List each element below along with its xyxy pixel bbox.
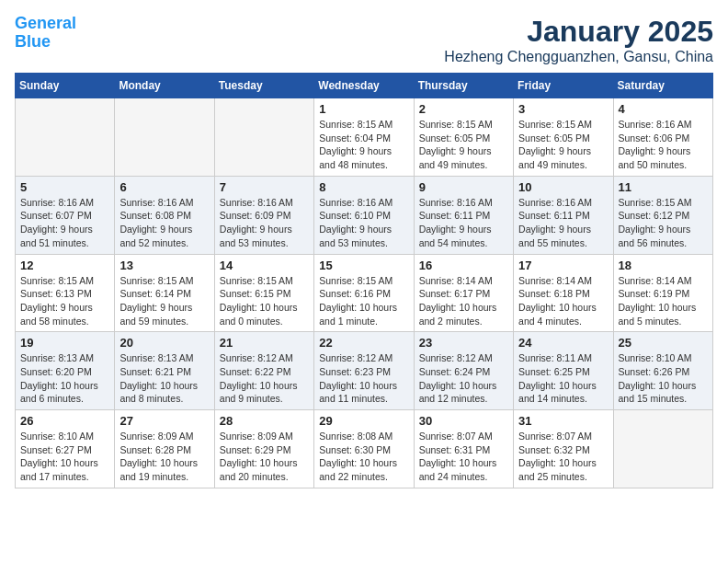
day-number: 9 <box>419 180 508 194</box>
week-row-1: 1Sunrise: 8:15 AM Sunset: 6:04 PM Daylig… <box>16 98 713 177</box>
day-number: 8 <box>319 180 408 194</box>
logo-general: General <box>15 14 76 32</box>
weekday-header-wednesday: Wednesday <box>314 74 414 98</box>
calendar-cell: 15Sunrise: 8:15 AM Sunset: 6:16 PM Dayli… <box>314 254 414 332</box>
day-info: Sunrise: 8:15 AM Sunset: 6:15 PM Dayligh… <box>220 274 309 328</box>
calendar-cell: 12Sunrise: 8:15 AM Sunset: 6:13 PM Dayli… <box>16 254 115 332</box>
calendar-cell: 22Sunrise: 8:12 AM Sunset: 6:23 PM Dayli… <box>314 332 414 410</box>
day-number: 1 <box>319 102 408 116</box>
calendar-cell: 4Sunrise: 8:16 AM Sunset: 6:06 PM Daylig… <box>613 98 712 177</box>
day-info: Sunrise: 8:09 AM Sunset: 6:29 PM Dayligh… <box>220 430 309 484</box>
day-info: Sunrise: 8:13 AM Sunset: 6:20 PM Dayligh… <box>20 351 109 406</box>
calendar-subtitle: Hezheng Chengguanzhen, Gansu, China <box>444 49 713 65</box>
day-info: Sunrise: 8:16 AM Sunset: 6:07 PM Dayligh… <box>20 196 109 250</box>
calendar-cell <box>214 98 313 177</box>
calendar-cell: 24Sunrise: 8:11 AM Sunset: 6:25 PM Dayli… <box>514 332 613 410</box>
calendar-cell: 25Sunrise: 8:10 AM Sunset: 6:26 PM Dayli… <box>613 332 712 410</box>
day-number: 11 <box>619 180 708 194</box>
day-info: Sunrise: 8:16 AM Sunset: 6:11 PM Dayligh… <box>518 196 608 250</box>
day-number: 21 <box>220 336 309 350</box>
calendar-cell: 7Sunrise: 8:16 AM Sunset: 6:09 PM Daylig… <box>214 176 313 254</box>
week-row-3: 12Sunrise: 8:15 AM Sunset: 6:13 PM Dayli… <box>16 254 713 332</box>
day-number: 23 <box>419 336 508 350</box>
day-info: Sunrise: 8:15 AM Sunset: 6:05 PM Dayligh… <box>419 118 508 172</box>
day-number: 25 <box>619 336 708 350</box>
day-info: Sunrise: 8:12 AM Sunset: 6:22 PM Dayligh… <box>220 351 309 406</box>
day-number: 26 <box>20 414 109 428</box>
day-number: 4 <box>619 102 708 116</box>
day-number: 18 <box>619 259 708 272</box>
day-info: Sunrise: 8:15 AM Sunset: 6:13 PM Dayligh… <box>20 274 109 328</box>
day-info: Sunrise: 8:07 AM Sunset: 6:31 PM Dayligh… <box>419 430 508 484</box>
day-info: Sunrise: 8:07 AM Sunset: 6:32 PM Dayligh… <box>518 430 608 484</box>
day-info: Sunrise: 8:14 AM Sunset: 6:17 PM Dayligh… <box>419 274 508 328</box>
weekday-header-friday: Friday <box>514 74 613 98</box>
day-number: 12 <box>20 259 109 272</box>
calendar-cell: 17Sunrise: 8:14 AM Sunset: 6:18 PM Dayli… <box>514 254 613 332</box>
day-number: 30 <box>419 414 508 428</box>
calendar-cell: 27Sunrise: 8:09 AM Sunset: 6:28 PM Dayli… <box>115 410 214 488</box>
day-info: Sunrise: 8:16 AM Sunset: 6:10 PM Dayligh… <box>319 196 408 250</box>
calendar-cell <box>115 98 214 177</box>
day-number: 2 <box>419 102 508 116</box>
logo-text: General Blue <box>15 15 76 52</box>
day-number: 22 <box>319 336 408 350</box>
day-number: 16 <box>419 259 508 272</box>
calendar-cell: 6Sunrise: 8:16 AM Sunset: 6:08 PM Daylig… <box>115 176 214 254</box>
day-number: 24 <box>518 336 608 350</box>
calendar-cell: 23Sunrise: 8:12 AM Sunset: 6:24 PM Dayli… <box>414 332 513 410</box>
day-number: 17 <box>518 259 608 272</box>
day-info: Sunrise: 8:14 AM Sunset: 6:18 PM Dayligh… <box>518 274 608 328</box>
day-number: 5 <box>20 180 109 194</box>
day-info: Sunrise: 8:15 AM Sunset: 6:05 PM Dayligh… <box>518 118 608 172</box>
calendar-cell: 14Sunrise: 8:15 AM Sunset: 6:15 PM Dayli… <box>214 254 313 332</box>
weekday-header-saturday: Saturday <box>613 74 712 98</box>
day-info: Sunrise: 8:15 AM Sunset: 6:14 PM Dayligh… <box>119 274 209 328</box>
weekday-header-thursday: Thursday <box>414 74 513 98</box>
day-number: 6 <box>119 180 209 194</box>
calendar-cell: 11Sunrise: 8:15 AM Sunset: 6:12 PM Dayli… <box>613 176 712 254</box>
calendar-cell: 29Sunrise: 8:08 AM Sunset: 6:30 PM Dayli… <box>314 410 414 488</box>
weekday-header-row: SundayMondayTuesdayWednesdayThursdayFrid… <box>16 74 713 98</box>
calendar-cell: 1Sunrise: 8:15 AM Sunset: 6:04 PM Daylig… <box>314 98 414 177</box>
day-info: Sunrise: 8:08 AM Sunset: 6:30 PM Dayligh… <box>319 430 408 484</box>
day-info: Sunrise: 8:15 AM Sunset: 6:04 PM Dayligh… <box>319 118 408 172</box>
calendar-cell <box>613 410 712 488</box>
day-number: 14 <box>220 259 309 272</box>
calendar-cell: 10Sunrise: 8:16 AM Sunset: 6:11 PM Dayli… <box>514 176 613 254</box>
calendar-cell <box>16 98 115 177</box>
day-number: 20 <box>119 336 209 350</box>
day-number: 31 <box>518 414 608 428</box>
day-info: Sunrise: 8:10 AM Sunset: 6:26 PM Dayligh… <box>619 351 708 406</box>
day-number: 3 <box>518 102 608 116</box>
day-info: Sunrise: 8:12 AM Sunset: 6:23 PM Dayligh… <box>319 351 408 406</box>
day-info: Sunrise: 8:14 AM Sunset: 6:19 PM Dayligh… <box>619 274 708 328</box>
calendar-cell: 28Sunrise: 8:09 AM Sunset: 6:29 PM Dayli… <box>214 410 313 488</box>
calendar-cell: 13Sunrise: 8:15 AM Sunset: 6:14 PM Dayli… <box>115 254 214 332</box>
day-info: Sunrise: 8:11 AM Sunset: 6:25 PM Dayligh… <box>518 351 608 406</box>
calendar-cell: 31Sunrise: 8:07 AM Sunset: 6:32 PM Dayli… <box>514 410 613 488</box>
calendar-cell: 16Sunrise: 8:14 AM Sunset: 6:17 PM Dayli… <box>414 254 513 332</box>
calendar-cell: 2Sunrise: 8:15 AM Sunset: 6:05 PM Daylig… <box>414 98 513 177</box>
week-row-4: 19Sunrise: 8:13 AM Sunset: 6:20 PM Dayli… <box>16 332 713 410</box>
day-number: 27 <box>119 414 209 428</box>
day-info: Sunrise: 8:16 AM Sunset: 6:09 PM Dayligh… <box>220 196 309 250</box>
day-info: Sunrise: 8:16 AM Sunset: 6:11 PM Dayligh… <box>419 196 508 250</box>
day-number: 13 <box>119 259 209 272</box>
day-info: Sunrise: 8:16 AM Sunset: 6:06 PM Dayligh… <box>619 118 708 172</box>
day-info: Sunrise: 8:16 AM Sunset: 6:08 PM Dayligh… <box>119 196 209 250</box>
day-number: 19 <box>20 336 109 350</box>
day-number: 10 <box>518 180 608 194</box>
calendar-cell: 26Sunrise: 8:10 AM Sunset: 6:27 PM Dayli… <box>16 410 115 488</box>
calendar-title: January 2025 <box>444 15 713 49</box>
day-info: Sunrise: 8:12 AM Sunset: 6:24 PM Dayligh… <box>419 351 508 406</box>
page-header: General Blue January 2025 Hezheng Chengg… <box>15 15 713 65</box>
calendar-cell: 18Sunrise: 8:14 AM Sunset: 6:19 PM Dayli… <box>613 254 712 332</box>
week-row-2: 5Sunrise: 8:16 AM Sunset: 6:07 PM Daylig… <box>16 176 713 254</box>
day-info: Sunrise: 8:09 AM Sunset: 6:28 PM Dayligh… <box>119 430 209 484</box>
weekday-header-tuesday: Tuesday <box>214 74 313 98</box>
day-info: Sunrise: 8:15 AM Sunset: 6:16 PM Dayligh… <box>319 274 408 328</box>
day-number: 15 <box>319 259 408 272</box>
calendar-cell: 30Sunrise: 8:07 AM Sunset: 6:31 PM Dayli… <box>414 410 513 488</box>
calendar-cell: 19Sunrise: 8:13 AM Sunset: 6:20 PM Dayli… <box>16 332 115 410</box>
